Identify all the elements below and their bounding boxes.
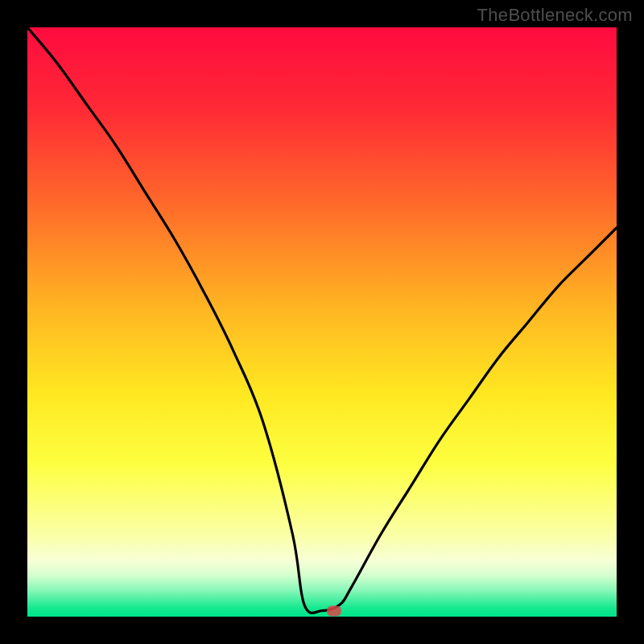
optimal-marker	[327, 605, 341, 616]
bottleneck-curve	[27, 27, 617, 617]
plot-area	[27, 27, 617, 617]
chart-frame: TheBottleneck.com	[0, 0, 644, 644]
watermark-text: TheBottleneck.com	[477, 5, 633, 26]
